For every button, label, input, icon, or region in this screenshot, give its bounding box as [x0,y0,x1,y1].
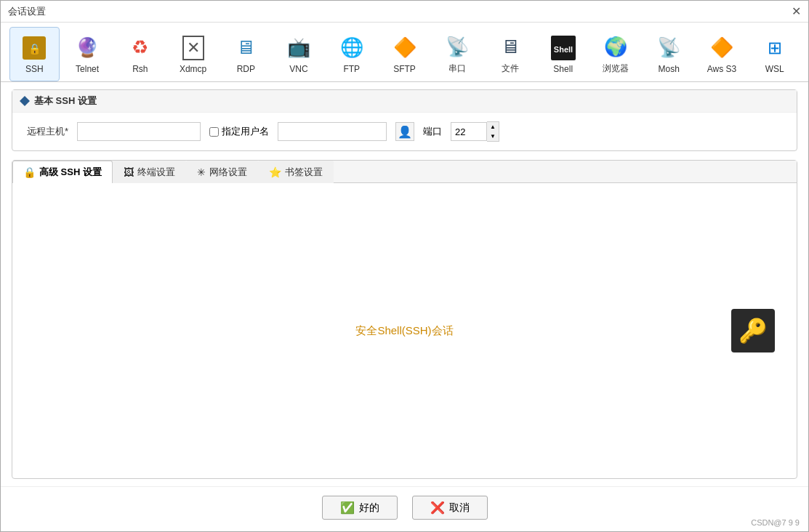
protocol-tab-icon-file: 🖥 [497,33,523,60]
bottom-bar: ✅ 好的 ❌ 取消 [1,486,808,531]
protocol-tab-mosh[interactable]: 📡Mosh [644,27,694,81]
ok-label: 好的 [359,501,379,515]
ok-button[interactable]: ✅ 好的 [322,496,398,520]
protocol-tab-icon-rsh: ♻ [127,35,153,61]
cancel-label: 取消 [449,501,470,515]
protocol-tab-ssh[interactable]: 🔒SSH [9,27,60,81]
content-area: 基本 SSH 设置 远程主机* 指定用户名 👤 端口 ▲ ▼ [1,82,808,486]
username-input[interactable] [278,122,387,141]
port-increment-button[interactable]: ▲ [487,122,499,132]
basic-settings-title: 基本 SSH 设置 [34,94,97,108]
protocol-tab-file[interactable]: 🖥文件 [486,27,536,81]
port-container: ▲ ▼ [451,121,499,142]
protocol-tab-sftp[interactable]: 🔶SFTP [379,27,430,81]
protocol-tab-label-ssh: SSH [25,64,44,74]
protocol-tab-label-file: 文件 [502,63,519,75]
protocol-tab-icon-mosh: 📡 [656,35,682,61]
protocol-tab-icon-sftp: 🔶 [392,35,418,61]
protocol-tab-xdmcp[interactable]: ✕Xdmcp [168,27,218,81]
sub-tab-bookmark[interactable]: ⭐书签设置 [258,161,334,183]
protocol-tab-label-mosh: Mosh [659,64,680,74]
sub-tab-icon-advanced-ssh: 🔒 [23,166,36,178]
svg-text:🔒: 🔒 [28,43,41,55]
protocol-tab-label-shell: Shell [553,64,573,74]
title-bar: 会话设置 ✕ [1,1,808,23]
advanced-settings-box: 🔒高级 SSH 设置🖼终端设置✳网络设置⭐书签设置 安全Shell(SSH)会话… [12,160,797,479]
port-input[interactable] [451,122,487,141]
main-window: 会话设置 ✕ 🔒SSH🔮Telnet♻Rsh✕Xdmcp🖥RDP📺VNC🌐FTP… [0,0,809,532]
basic-settings-box: 基本 SSH 设置 远程主机* 指定用户名 👤 端口 ▲ ▼ [12,89,797,151]
protocol-tab-icon-ssh: 🔒 [21,35,47,61]
protocol-tab-vnc[interactable]: 📺VNC [274,27,324,81]
sub-tabs-bar: 🔒高级 SSH 设置🖼终端设置✳网络设置⭐书签设置 [12,161,797,183]
protocol-tab-label-telnet: Telnet [76,64,99,74]
ok-icon: ✅ [340,501,355,515]
protocol-tab-icon-ftp: 🌐 [339,35,365,61]
protocol-tab-label-awss3: Aws S3 [707,64,736,74]
sub-tab-advanced-ssh[interactable]: 🔒高级 SSH 设置 [12,161,113,183]
sub-tab-label-advanced-ssh: 高级 SSH 设置 [39,166,102,179]
basic-settings-header: 基本 SSH 设置 [12,90,797,113]
host-input[interactable] [77,122,201,141]
protocol-tab-icon-rdp: 🖥 [233,35,259,61]
protocol-tab-icon-telnet: 🔮 [74,35,100,61]
protocol-tab-icon-serial: 📡 [444,33,470,60]
protocol-tab-icon-wsl: ⊞ [762,35,788,61]
sub-tab-label-terminal: 终端设置 [137,166,175,179]
port-spin-buttons: ▲ ▼ [487,121,499,142]
protocol-tab-label-rdp: RDP [237,64,255,74]
specify-username-checkbox[interactable] [209,127,219,137]
protocol-tab-rdp[interactable]: 🖥RDP [221,27,271,81]
sub-tab-icon-bookmark: ⭐ [269,166,281,178]
protocol-tab-icon-vnc: 📺 [286,35,312,61]
protocol-tab-icon-shell: Shell [550,35,576,61]
protocol-tab-shell[interactable]: ShellShell [538,27,588,81]
protocol-tabs-bar: 🔒SSH🔮Telnet♻Rsh✕Xdmcp🖥RDP📺VNC🌐FTP🔶SFTP📡串… [1,23,808,82]
sub-tab-terminal[interactable]: 🖼终端设置 [113,161,186,183]
protocol-tab-rsh[interactable]: ♻Rsh [115,27,165,81]
cancel-icon: ❌ [430,501,445,515]
host-label: 远程主机* [27,125,68,138]
protocol-tab-telnet[interactable]: 🔮Telnet [63,27,113,81]
ssh-key-icon: 🔑 [731,309,775,352]
port-label: 端口 [423,125,442,138]
protocol-tab-ftp[interactable]: 🌐FTP [326,27,377,81]
ssh-description: 安全Shell(SSH)会话 [355,324,453,338]
advanced-content: 安全Shell(SSH)会话 🔑 [12,183,797,478]
protocol-tab-icon-xdmcp: ✕ [180,35,206,61]
protocol-tab-browser[interactable]: 🌍浏览器 [591,27,641,81]
window-title: 会话设置 [8,5,46,18]
basic-settings-body: 远程主机* 指定用户名 👤 端口 ▲ ▼ [12,113,797,150]
watermark: CSDN@7 9 9 [751,518,800,527]
protocol-tab-label-wsl: WSL [765,64,784,74]
protocol-tab-awss3[interactable]: 🔶Aws S3 [697,27,747,81]
protocol-tab-label-vnc: VNC [289,64,307,74]
protocol-tab-icon-awss3: 🔶 [709,35,735,61]
cancel-button[interactable]: ❌ 取消 [412,496,488,520]
sub-tab-label-bookmark: 书签设置 [285,166,323,179]
specify-username-label[interactable]: 指定用户名 [209,125,269,138]
sub-tab-icon-terminal: 🖼 [124,166,134,178]
protocol-tab-label-sftp: SFTP [393,64,416,74]
svg-text:Shell: Shell [554,45,573,54]
protocol-tab-label-browser: 浏览器 [603,63,629,75]
close-button[interactable]: ✕ [792,6,801,17]
protocol-tab-label-rsh: Rsh [132,64,148,74]
protocol-tab-label-ftp: FTP [343,64,360,74]
user-icon-button[interactable]: 👤 [395,122,414,141]
protocol-tab-icon-browser: 🌍 [603,33,629,60]
sub-tab-label-network: 网络设置 [209,166,247,179]
protocol-tab-serial[interactable]: 📡串口 [432,27,483,81]
section-icon [20,96,30,106]
protocol-tab-label-xdmcp: Xdmcp [180,64,206,74]
sub-tab-network[interactable]: ✳网络设置 [186,161,258,183]
sub-tab-icon-network: ✳ [197,166,206,178]
port-decrement-button[interactable]: ▼ [487,132,499,141]
protocol-tab-wsl[interactable]: ⊞WSL [749,27,800,81]
protocol-tab-label-serial: 串口 [448,63,466,75]
